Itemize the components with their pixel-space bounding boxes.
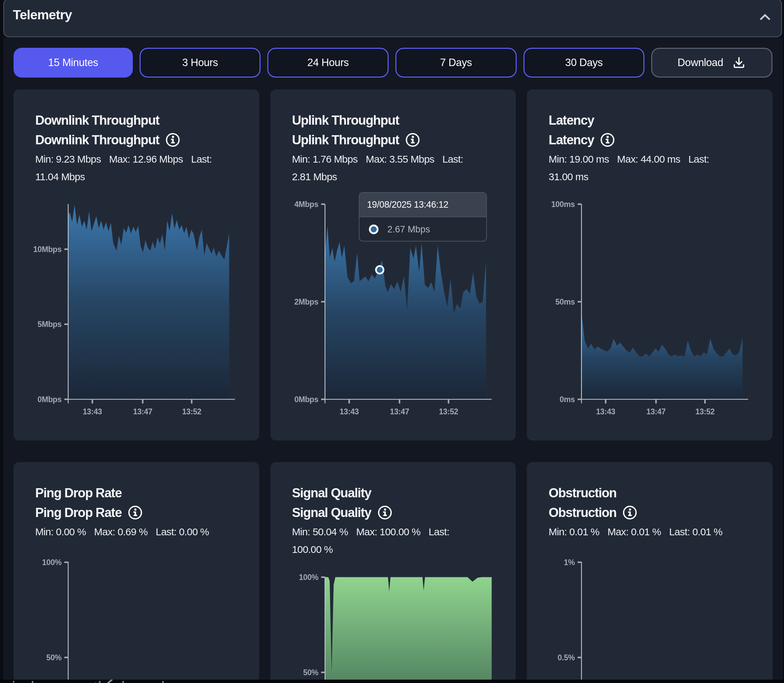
svg-text:13:43: 13:43 [83, 407, 102, 416]
svg-text:4Mbps: 4Mbps [294, 200, 318, 209]
svg-text:100%: 100% [299, 573, 318, 582]
svg-text:13:43: 13:43 [596, 407, 616, 416]
svg-text:13:52: 13:52 [439, 407, 458, 416]
svg-text:13:52: 13:52 [182, 407, 201, 416]
svg-text:13:47: 13:47 [646, 407, 666, 416]
svg-text:13:47: 13:47 [390, 407, 409, 416]
svg-text:100ms: 100ms [551, 200, 575, 209]
svg-text:0.5%: 0.5% [558, 653, 575, 662]
svg-text:0Mbps: 0Mbps [38, 395, 62, 404]
svg-text:0Mbps: 0Mbps [294, 395, 318, 404]
svg-text:50%: 50% [303, 668, 318, 677]
svg-text:13:52: 13:52 [696, 407, 715, 416]
svg-text:50%: 50% [46, 653, 62, 662]
svg-text:50ms: 50ms [556, 297, 575, 306]
svg-text:5Mbps: 5Mbps [38, 320, 62, 329]
svg-text:13:43: 13:43 [340, 407, 359, 416]
svg-text:1%: 1% [564, 558, 575, 567]
svg-text:10Mbps: 10Mbps [33, 245, 61, 254]
svg-text:100%: 100% [42, 558, 61, 567]
svg-text:13:47: 13:47 [133, 407, 152, 416]
svg-text:0ms: 0ms [560, 395, 575, 404]
svg-text:2Mbps: 2Mbps [294, 297, 318, 306]
